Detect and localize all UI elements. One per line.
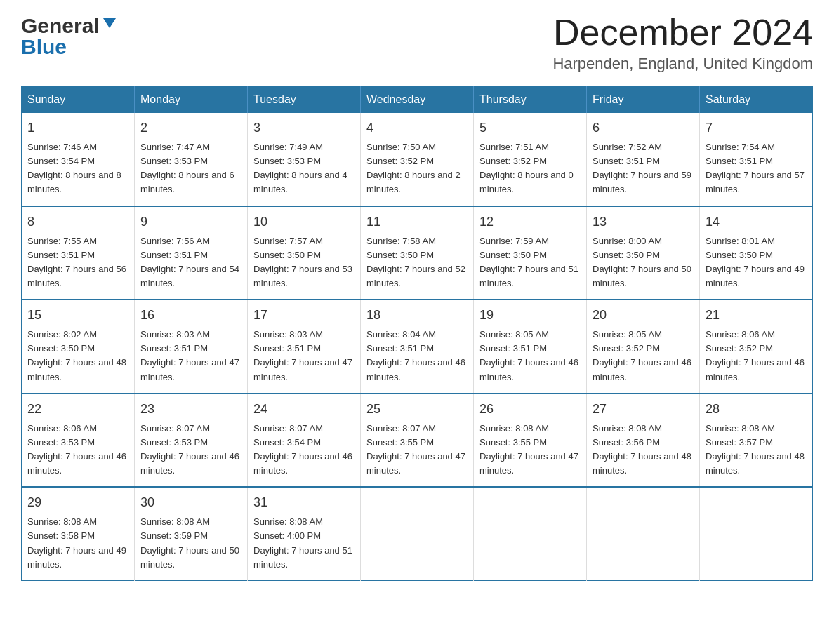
day-info: Sunrise: 8:08 AMSunset: 4:00 PMDaylight:… (253, 516, 352, 569)
day-info: Sunrise: 7:56 AMSunset: 3:51 PMDaylight:… (140, 236, 239, 288)
day-cell (361, 487, 474, 580)
day-number: 29 (27, 493, 128, 512)
day-cell: 4Sunrise: 7:50 AMSunset: 3:52 PMDaylight… (361, 113, 474, 206)
day-number: 18 (366, 306, 468, 325)
day-info: Sunrise: 8:03 AMSunset: 3:51 PMDaylight:… (140, 329, 239, 382)
day-number: 25 (366, 400, 468, 419)
day-cell: 22Sunrise: 8:06 AMSunset: 3:53 PMDayligh… (22, 394, 135, 488)
week-row-2: 8Sunrise: 7:55 AMSunset: 3:51 PMDaylight… (22, 206, 813, 300)
logo: General Blue (21, 14, 117, 59)
day-number: 12 (479, 213, 581, 232)
day-number: 22 (27, 400, 128, 419)
week-row-3: 15Sunrise: 8:02 AMSunset: 3:50 PMDayligh… (22, 300, 813, 394)
day-info: Sunrise: 7:58 AMSunset: 3:50 PMDaylight:… (366, 236, 465, 288)
logo-blue-text: Blue (21, 35, 67, 59)
day-number: 28 (706, 400, 807, 419)
day-info: Sunrise: 7:47 AMSunset: 3:53 PMDaylight:… (140, 142, 234, 194)
day-cell: 3Sunrise: 7:49 AMSunset: 3:53 PMDaylight… (248, 113, 361, 206)
day-info: Sunrise: 8:08 AMSunset: 3:59 PMDaylight:… (140, 516, 239, 569)
day-header-tuesday: Tuesday (248, 86, 361, 114)
day-cell: 25Sunrise: 8:07 AMSunset: 3:55 PMDayligh… (361, 394, 474, 488)
day-cell: 16Sunrise: 8:03 AMSunset: 3:51 PMDayligh… (135, 300, 248, 394)
day-cell: 26Sunrise: 8:08 AMSunset: 3:55 PMDayligh… (474, 394, 587, 488)
day-cell: 18Sunrise: 8:04 AMSunset: 3:51 PMDayligh… (361, 300, 474, 394)
day-number: 23 (140, 400, 241, 419)
day-number: 10 (253, 213, 355, 232)
logo-general-text: General (21, 14, 100, 38)
day-cell: 14Sunrise: 8:01 AMSunset: 3:50 PMDayligh… (700, 206, 813, 300)
day-number: 16 (140, 306, 241, 325)
day-cell (474, 487, 587, 580)
day-info: Sunrise: 8:08 AMSunset: 3:56 PMDaylight:… (593, 423, 691, 476)
day-number: 1 (27, 119, 128, 137)
day-header-monday: Monday (135, 86, 248, 114)
day-cell: 24Sunrise: 8:07 AMSunset: 3:54 PMDayligh… (248, 394, 361, 488)
day-number: 21 (706, 306, 807, 325)
day-number: 5 (479, 119, 581, 137)
day-info: Sunrise: 8:08 AMSunset: 3:57 PMDaylight:… (706, 423, 805, 476)
day-cell: 7Sunrise: 7:54 AMSunset: 3:51 PMDaylight… (700, 113, 813, 206)
day-number: 26 (479, 400, 581, 419)
page-header: General Blue December 2024 Harpenden, En… (21, 14, 813, 73)
day-cell: 9Sunrise: 7:56 AMSunset: 3:51 PMDaylight… (135, 206, 248, 300)
day-number: 11 (366, 213, 468, 232)
day-cell: 19Sunrise: 8:05 AMSunset: 3:51 PMDayligh… (474, 300, 587, 394)
day-number: 14 (706, 213, 807, 232)
week-row-1: 1Sunrise: 7:46 AMSunset: 3:54 PMDaylight… (22, 113, 813, 206)
day-number: 6 (593, 119, 694, 137)
day-cell: 27Sunrise: 8:08 AMSunset: 3:56 PMDayligh… (587, 394, 700, 488)
day-info: Sunrise: 8:05 AMSunset: 3:51 PMDaylight:… (479, 329, 578, 382)
day-info: Sunrise: 8:08 AMSunset: 3:58 PMDaylight:… (27, 516, 126, 569)
day-info: Sunrise: 8:07 AMSunset: 3:55 PMDaylight:… (366, 423, 465, 476)
month-title: December 2024 (552, 14, 813, 51)
day-cell: 13Sunrise: 8:00 AMSunset: 3:50 PMDayligh… (587, 206, 700, 300)
day-cell: 20Sunrise: 8:05 AMSunset: 3:52 PMDayligh… (587, 300, 700, 394)
week-row-4: 22Sunrise: 8:06 AMSunset: 3:53 PMDayligh… (22, 394, 813, 488)
day-cell: 29Sunrise: 8:08 AMSunset: 3:58 PMDayligh… (22, 487, 135, 580)
day-number: 30 (140, 493, 241, 512)
svg-marker-0 (103, 18, 116, 28)
day-info: Sunrise: 7:55 AMSunset: 3:51 PMDaylight:… (27, 236, 126, 288)
day-info: Sunrise: 8:08 AMSunset: 3:55 PMDaylight:… (479, 423, 578, 476)
day-cell: 23Sunrise: 8:07 AMSunset: 3:53 PMDayligh… (135, 394, 248, 488)
day-header-friday: Friday (587, 86, 700, 114)
day-info: Sunrise: 8:06 AMSunset: 3:53 PMDaylight:… (27, 423, 126, 476)
day-cell: 6Sunrise: 7:52 AMSunset: 3:51 PMDaylight… (587, 113, 700, 206)
day-cell: 28Sunrise: 8:08 AMSunset: 3:57 PMDayligh… (700, 394, 813, 488)
day-number: 27 (593, 400, 694, 419)
day-number: 15 (27, 306, 128, 325)
calendar-table: SundayMondayTuesdayWednesdayThursdayFrid… (21, 86, 813, 581)
day-number: 19 (479, 306, 581, 325)
day-info: Sunrise: 8:07 AMSunset: 3:54 PMDaylight:… (253, 423, 352, 476)
title-section: December 2024 Harpenden, England, United… (552, 14, 813, 73)
week-row-5: 29Sunrise: 8:08 AMSunset: 3:58 PMDayligh… (22, 487, 813, 580)
day-info: Sunrise: 7:46 AMSunset: 3:54 PMDaylight:… (27, 142, 121, 194)
day-header-thursday: Thursday (474, 86, 587, 114)
day-info: Sunrise: 8:07 AMSunset: 3:53 PMDaylight:… (140, 423, 239, 476)
day-number: 7 (706, 119, 807, 137)
location-text: Harpenden, England, United Kingdom (552, 55, 813, 73)
day-number: 8 (27, 213, 128, 232)
day-cell: 8Sunrise: 7:55 AMSunset: 3:51 PMDaylight… (22, 206, 135, 300)
day-info: Sunrise: 8:02 AMSunset: 3:50 PMDaylight:… (27, 329, 126, 382)
day-cell: 12Sunrise: 7:59 AMSunset: 3:50 PMDayligh… (474, 206, 587, 300)
header-row: SundayMondayTuesdayWednesdayThursdayFrid… (22, 86, 813, 114)
day-number: 20 (593, 306, 694, 325)
day-number: 4 (366, 119, 468, 137)
day-number: 24 (253, 400, 355, 419)
day-info: Sunrise: 7:50 AMSunset: 3:52 PMDaylight:… (366, 142, 461, 194)
day-cell (700, 487, 813, 580)
day-cell (587, 487, 700, 580)
day-info: Sunrise: 7:57 AMSunset: 3:50 PMDaylight:… (253, 236, 352, 288)
day-number: 17 (253, 306, 355, 325)
day-number: 2 (140, 119, 241, 137)
day-cell: 17Sunrise: 8:03 AMSunset: 3:51 PMDayligh… (248, 300, 361, 394)
day-cell: 11Sunrise: 7:58 AMSunset: 3:50 PMDayligh… (361, 206, 474, 300)
day-number: 31 (253, 493, 355, 512)
day-info: Sunrise: 8:00 AMSunset: 3:50 PMDaylight:… (593, 236, 691, 288)
day-cell: 5Sunrise: 7:51 AMSunset: 3:52 PMDaylight… (474, 113, 587, 206)
day-number: 13 (593, 213, 694, 232)
day-number: 3 (253, 119, 355, 137)
day-cell: 15Sunrise: 8:02 AMSunset: 3:50 PMDayligh… (22, 300, 135, 394)
logo-arrow-icon (102, 15, 117, 34)
